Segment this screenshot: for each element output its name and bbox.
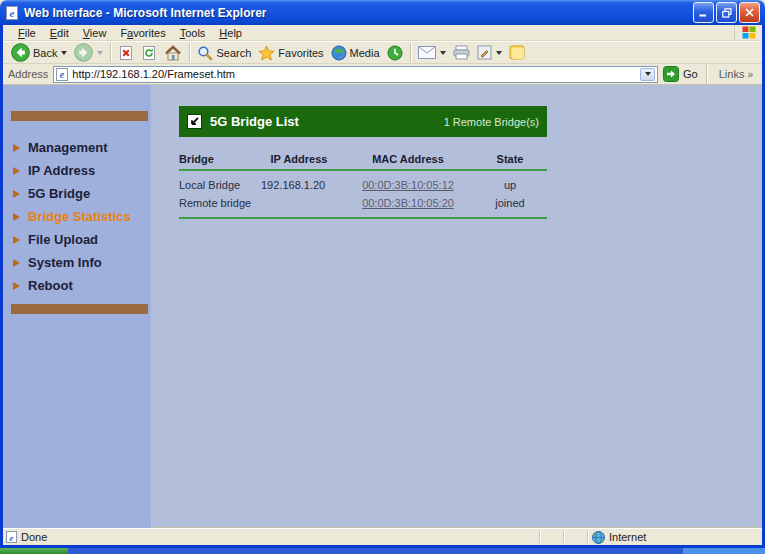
windows-logo-icon bbox=[734, 25, 762, 40]
address-dropdown-button[interactable] bbox=[640, 68, 655, 81]
sidebar-item-management[interactable]: Management bbox=[3, 136, 151, 159]
close-button[interactable] bbox=[739, 2, 760, 23]
status-pane: e Done bbox=[6, 531, 536, 543]
bridge-state: joined bbox=[473, 197, 547, 209]
mail-button[interactable] bbox=[415, 45, 449, 60]
toolbar-separator bbox=[110, 43, 111, 62]
home-icon bbox=[164, 45, 182, 61]
menu-edit[interactable]: Edit bbox=[43, 27, 76, 39]
browser-window: e Web Interface - Microsoft Internet Exp… bbox=[0, 0, 765, 548]
sidebar-item-label: System Info bbox=[28, 255, 102, 270]
sidebar-divider-bottom bbox=[11, 304, 148, 314]
column-bridge: Bridge bbox=[179, 153, 255, 165]
menu-view[interactable]: View bbox=[76, 27, 114, 39]
edit-button[interactable] bbox=[474, 44, 505, 61]
sidebar-item-ip-address[interactable]: IP Address bbox=[3, 159, 151, 182]
menu-help[interactable]: Help bbox=[212, 27, 249, 39]
mac-address-link[interactable]: 00:0D:3B:10:05:20 bbox=[362, 197, 454, 209]
statusbar-separator bbox=[539, 531, 541, 543]
edit-dropdown-icon[interactable] bbox=[496, 51, 502, 55]
column-ip-address: IP Address bbox=[255, 153, 343, 165]
internet-globe-icon bbox=[592, 531, 605, 544]
media-icon: ♪ bbox=[331, 45, 347, 61]
go-icon bbox=[663, 66, 679, 82]
column-mac-address: MAC Address bbox=[343, 153, 473, 165]
svg-text:e: e bbox=[10, 533, 14, 543]
edit-icon bbox=[477, 45, 492, 60]
toolbar-separator bbox=[189, 43, 190, 62]
window-body: File Edit View Favorites Tools Help Back bbox=[0, 25, 765, 548]
media-button[interactable]: ♪ Media bbox=[328, 44, 383, 62]
statusbar-separator bbox=[587, 531, 589, 543]
forward-dropdown-icon[interactable] bbox=[97, 51, 103, 55]
arrow-bullet-icon bbox=[13, 213, 20, 221]
svg-text:♪: ♪ bbox=[338, 50, 344, 60]
sidebar-item-bridge-statistics[interactable]: Bridge Statistics bbox=[3, 205, 151, 228]
sidebar-item-label: IP Address bbox=[28, 163, 95, 178]
links-button[interactable]: Links » bbox=[715, 68, 757, 80]
table-header-row: Bridge IP Address MAC Address State bbox=[179, 149, 547, 169]
go-button[interactable]: Go bbox=[663, 66, 698, 82]
favorites-label: Favorites bbox=[278, 47, 323, 59]
arrow-bullet-icon bbox=[13, 190, 20, 198]
title-bar[interactable]: e Web Interface - Microsoft Internet Exp… bbox=[0, 0, 765, 25]
sidebar-item-label: File Upload bbox=[28, 232, 98, 247]
start-button[interactable] bbox=[0, 548, 68, 554]
menu-tools[interactable]: Tools bbox=[173, 27, 213, 39]
table-rule-bottom bbox=[179, 217, 547, 219]
arrow-bullet-icon bbox=[13, 236, 20, 244]
addressbar-separator bbox=[706, 65, 707, 84]
home-button[interactable] bbox=[161, 44, 185, 62]
page-viewport: Management IP Address 5G Bridge Bridge S… bbox=[3, 85, 762, 528]
sidebar-item-label: 5G Bridge bbox=[28, 186, 90, 201]
sidebar-item-5g-bridge[interactable]: 5G Bridge bbox=[3, 182, 151, 205]
arrow-bullet-icon bbox=[13, 259, 20, 267]
history-button[interactable] bbox=[384, 44, 406, 62]
mail-dropdown-icon[interactable] bbox=[440, 51, 446, 55]
print-button[interactable] bbox=[450, 44, 473, 61]
page-icon: e bbox=[6, 531, 17, 543]
print-icon bbox=[453, 45, 470, 60]
back-button[interactable]: Back bbox=[8, 42, 70, 63]
menu-favorites[interactable]: Favorites bbox=[113, 27, 172, 39]
bridge-ip: 192.168.1.20 bbox=[255, 179, 343, 191]
page-icon: e bbox=[56, 68, 68, 81]
sidebar-item-file-upload[interactable]: File Upload bbox=[3, 228, 151, 251]
chevron-down-icon bbox=[645, 72, 651, 76]
remote-bridge-count: 1 Remote Bridge(s) bbox=[444, 116, 539, 128]
links-label: Links bbox=[719, 68, 745, 80]
sidebar-item-reboot[interactable]: Reboot bbox=[3, 274, 151, 297]
messenger-button[interactable] bbox=[506, 44, 528, 61]
favorites-button[interactable]: Favorites bbox=[255, 44, 326, 62]
sidebar-menu: Management IP Address 5G Bridge Bridge S… bbox=[3, 136, 151, 297]
status-pane-empty bbox=[568, 531, 584, 543]
sidebar-item-label: Reboot bbox=[28, 278, 73, 293]
forward-button[interactable] bbox=[71, 42, 106, 63]
sidebar-item-system-info[interactable]: System Info bbox=[3, 251, 151, 274]
arrow-bullet-icon bbox=[13, 282, 20, 290]
minimize-button[interactable] bbox=[693, 2, 714, 23]
address-input[interactable]: e http://192.168.1.20/Frameset.htm bbox=[53, 66, 658, 83]
table-row-remote-bridge: Remote bridge 00:0D:3B:10:05:20 joined bbox=[179, 194, 547, 212]
security-zone-pane: Internet bbox=[592, 531, 700, 544]
svg-text:e: e bbox=[10, 6, 15, 18]
window-controls bbox=[693, 2, 760, 23]
mail-icon bbox=[418, 46, 436, 59]
bridge-name: Local Bridge bbox=[179, 179, 255, 191]
back-label: Back bbox=[33, 47, 57, 59]
restore-button[interactable] bbox=[716, 2, 737, 23]
mac-address-link[interactable]: 00:0D:3B:10:05:12 bbox=[362, 179, 454, 191]
bridge-state: up bbox=[473, 179, 547, 191]
menu-file[interactable]: File bbox=[11, 27, 43, 39]
arrow-bullet-icon bbox=[13, 144, 20, 152]
refresh-button[interactable] bbox=[138, 44, 160, 62]
address-url: http://192.168.1.20/Frameset.htm bbox=[72, 68, 636, 80]
favorites-star-icon bbox=[258, 45, 275, 61]
search-icon bbox=[197, 45, 213, 61]
main-frame: 5G Bridge List 1 Remote Bridge(s) Bridge… bbox=[151, 85, 762, 528]
stop-button[interactable] bbox=[115, 44, 137, 62]
system-tray bbox=[683, 548, 765, 554]
sidebar-nav: Management IP Address 5G Bridge Bridge S… bbox=[3, 85, 151, 528]
search-button[interactable]: Search bbox=[194, 44, 254, 62]
back-dropdown-icon[interactable] bbox=[61, 51, 67, 55]
